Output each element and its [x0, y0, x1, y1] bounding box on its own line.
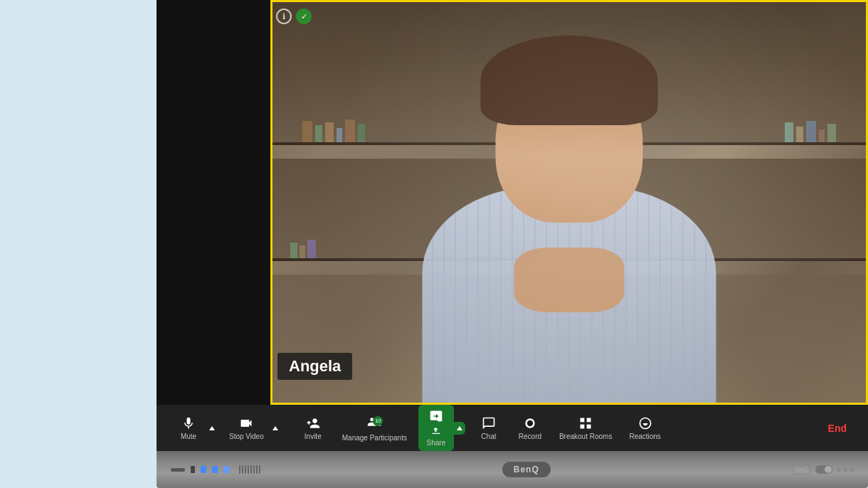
- screen: ℹ ✓: [157, 0, 868, 405]
- share-icon: [429, 409, 443, 423]
- bookshelf-bg: [272, 2, 866, 403]
- reactions-icon: [638, 416, 652, 430]
- left-panel: [157, 0, 270, 405]
- toggle-switch[interactable]: [815, 465, 832, 474]
- mute-button[interactable]: Mute: [171, 413, 206, 443]
- share-btn-group: Share: [418, 405, 465, 451]
- nfc-icon: NFC: [792, 465, 811, 474]
- dot-3: [850, 467, 854, 472]
- share-button[interactable]: Share: [418, 405, 454, 451]
- mute-btn-group: Mute: [171, 413, 218, 443]
- svg-rect-5: [587, 424, 591, 428]
- reactions-button[interactable]: Reactions: [623, 413, 666, 443]
- main-video-feed: [270, 0, 868, 405]
- speaker-grille: [239, 465, 260, 474]
- grille-line: [242, 465, 243, 474]
- mute-chevron-button[interactable]: [206, 422, 218, 435]
- meeting-toolbar: Mute Stop Video: [157, 405, 868, 451]
- svg-rect-3: [587, 418, 591, 422]
- stop-video-button[interactable]: Stop Video: [223, 413, 270, 443]
- video-chevron-button[interactable]: [270, 422, 281, 435]
- grille-line: [250, 465, 252, 474]
- usb-a-port-2: [212, 466, 218, 473]
- dot-2: [843, 467, 847, 472]
- info-icon: ℹ: [276, 9, 292, 24]
- video-camera-icon: [239, 416, 253, 430]
- record-button[interactable]: Record: [512, 413, 548, 443]
- grille-line: [239, 465, 240, 474]
- chat-button[interactable]: Chat: [471, 413, 507, 443]
- usb-a-port-3: [223, 466, 229, 473]
- participant-name-badge: Angela: [277, 353, 352, 380]
- toggle-knob: [825, 466, 832, 473]
- dot-1: [837, 467, 841, 472]
- chevron-up-icon-2: [272, 425, 279, 432]
- video-area: ℹ ✓: [157, 0, 868, 405]
- participant-count-badge: 10: [373, 416, 383, 426]
- svg-point-1: [527, 420, 533, 425]
- indicator-dots: [837, 467, 854, 472]
- bezel-center-logo: BenQ: [502, 462, 551, 477]
- manage-participants-button[interactable]: 10 Manage Participants: [337, 412, 413, 445]
- invite-icon: [306, 416, 320, 430]
- breakout-rooms-button[interactable]: Breakout Rooms: [554, 413, 618, 443]
- breakout-rooms-icon: [578, 416, 593, 430]
- bezel-left-ports: [171, 465, 260, 474]
- usb-a-port-1: [201, 466, 206, 473]
- svg-rect-2: [581, 418, 585, 422]
- monitor-bezel: BenQ NFC: [157, 451, 868, 488]
- ambient-light: [272, 2, 866, 403]
- grille-line: [248, 465, 249, 474]
- power-toggle[interactable]: [815, 465, 832, 474]
- grille-line: [253, 465, 255, 474]
- stop-video-btn-group: Stop Video: [223, 413, 281, 443]
- svg-rect-4: [581, 424, 585, 428]
- grille-line: [256, 465, 258, 474]
- chat-icon: [482, 416, 496, 430]
- shield-security-icon: ✓: [296, 9, 312, 24]
- record-icon: [523, 416, 537, 430]
- end-meeting-button[interactable]: End: [821, 418, 854, 438]
- monitor: ℹ ✓: [157, 0, 868, 488]
- participants-icon-wrapper: 10: [367, 415, 381, 432]
- power-port: [171, 468, 185, 472]
- share-upload-icon: [430, 425, 442, 437]
- bezel-right-controls: NFC: [792, 465, 854, 474]
- share-chevron-button[interactable]: [454, 422, 465, 435]
- info-icons: ℹ ✓: [276, 9, 312, 24]
- grille-line: [245, 465, 246, 474]
- benq-logo: BenQ: [502, 462, 551, 477]
- grille-line: [259, 465, 260, 474]
- microphone-icon: [181, 416, 196, 430]
- usb-c-port: [191, 466, 195, 473]
- chevron-up-icon: [208, 425, 216, 432]
- invite-button[interactable]: Invite: [295, 413, 331, 443]
- chevron-up-icon-3: [456, 425, 463, 432]
